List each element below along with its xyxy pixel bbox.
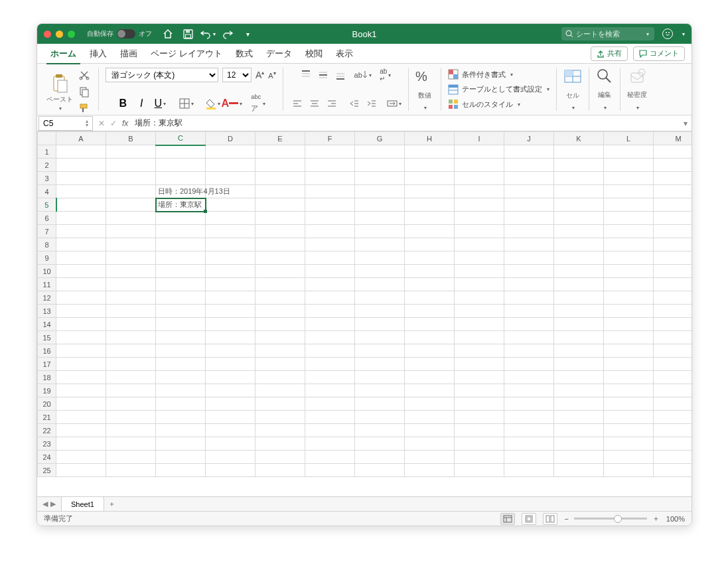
cell[interactable]: [405, 397, 455, 411]
cell[interactable]: [455, 145, 504, 159]
cell[interactable]: [206, 384, 255, 397]
bold-button[interactable]: B: [115, 96, 130, 111]
align-right-icon[interactable]: [325, 96, 339, 111]
cell[interactable]: [604, 291, 654, 305]
cell[interactable]: [604, 318, 654, 331]
cell[interactable]: 日時：2019年4月13日: [156, 185, 206, 198]
cell[interactable]: [156, 251, 206, 265]
format-painter-icon[interactable]: [77, 101, 92, 115]
cell[interactable]: [56, 437, 106, 451]
cell[interactable]: [156, 358, 206, 371]
cell[interactable]: [56, 305, 106, 318]
cell[interactable]: [504, 278, 554, 291]
cell[interactable]: [654, 318, 692, 331]
cell[interactable]: [554, 437, 604, 451]
cell[interactable]: [56, 278, 106, 291]
insert-cells-button[interactable]: [563, 68, 582, 85]
cell[interactable]: [305, 464, 355, 477]
cell[interactable]: [56, 238, 106, 251]
cell[interactable]: [156, 411, 206, 424]
row-header[interactable]: 25: [38, 464, 56, 477]
cell[interactable]: [106, 212, 156, 225]
cell[interactable]: [206, 265, 255, 278]
zoom-slider[interactable]: [574, 518, 647, 520]
cell[interactable]: [206, 278, 255, 291]
cell[interactable]: [604, 464, 654, 477]
sheet-nav-next-icon[interactable]: ▶: [50, 500, 56, 508]
align-center-icon[interactable]: [307, 96, 322, 111]
cell[interactable]: [106, 411, 156, 424]
view-page-layout-button[interactable]: [522, 513, 536, 525]
cell[interactable]: [206, 371, 255, 384]
cell[interactable]: [604, 411, 654, 424]
border-button[interactable]: ▾: [179, 96, 194, 111]
cell[interactable]: [554, 278, 604, 291]
row-header[interactable]: 3: [38, 172, 56, 185]
cell[interactable]: [455, 358, 504, 371]
cell[interactable]: [455, 397, 504, 411]
view-normal-button[interactable]: [500, 513, 515, 525]
tab-review[interactable]: 校閲: [299, 44, 329, 64]
cell[interactable]: [504, 384, 554, 397]
cell[interactable]: [504, 172, 554, 185]
cell[interactable]: [255, 384, 305, 397]
select-all-cell[interactable]: [38, 132, 56, 145]
orientation-icon[interactable]: ab▾: [356, 68, 370, 82]
cell[interactable]: [604, 265, 654, 278]
cell[interactable]: [405, 159, 455, 172]
cell[interactable]: [106, 172, 156, 185]
cell[interactable]: [106, 451, 156, 464]
row-header[interactable]: 14: [38, 318, 56, 331]
cell[interactable]: [255, 145, 305, 159]
cell[interactable]: [206, 305, 255, 318]
cell[interactable]: [504, 331, 554, 344]
cell[interactable]: [106, 225, 156, 238]
cell[interactable]: [355, 225, 405, 238]
wrap-text-icon[interactable]: ab↵▾: [378, 68, 393, 82]
cell[interactable]: [355, 344, 405, 358]
cell[interactable]: [604, 238, 654, 251]
cell[interactable]: [604, 331, 654, 344]
cell[interactable]: [305, 145, 355, 159]
cell[interactable]: [305, 384, 355, 397]
cell[interactable]: [56, 225, 106, 238]
column-header[interactable]: F: [305, 132, 355, 145]
cell[interactable]: [654, 238, 692, 251]
cell[interactable]: [455, 318, 504, 331]
cell[interactable]: [305, 424, 355, 437]
cell[interactable]: [106, 145, 156, 159]
decrease-indent-icon[interactable]: [347, 96, 362, 111]
cell[interactable]: [206, 358, 255, 371]
align-left-icon[interactable]: [290, 96, 305, 111]
row-header[interactable]: 2: [38, 159, 56, 172]
cell[interactable]: [355, 305, 405, 318]
cell[interactable]: [255, 185, 305, 198]
cell[interactable]: [305, 172, 355, 185]
cell[interactable]: [604, 358, 654, 371]
paste-button[interactable]: ペースト ▾: [46, 72, 73, 111]
cell[interactable]: [554, 397, 604, 411]
cell[interactable]: [156, 305, 206, 318]
cell[interactable]: [255, 212, 305, 225]
cell[interactable]: [56, 371, 106, 384]
comment-button[interactable]: コメント: [633, 46, 685, 61]
cell[interactable]: [56, 464, 106, 477]
cell[interactable]: [654, 265, 692, 278]
cell[interactable]: [504, 371, 554, 384]
row-header[interactable]: 5: [38, 198, 56, 212]
cell[interactable]: [106, 464, 156, 477]
zoom-in-button[interactable]: ＋: [652, 514, 660, 524]
cell[interactable]: [156, 331, 206, 344]
cell[interactable]: [654, 344, 692, 358]
cell[interactable]: [156, 464, 206, 477]
cell[interactable]: [604, 344, 654, 358]
cell[interactable]: [604, 397, 654, 411]
fill-color-button[interactable]: ▾: [206, 96, 220, 111]
cell[interactable]: [106, 305, 156, 318]
sensitivity-button[interactable]: [628, 68, 646, 84]
italic-button[interactable]: I: [134, 96, 149, 111]
cell[interactable]: [554, 225, 604, 238]
cell[interactable]: [504, 397, 554, 411]
cell[interactable]: [355, 212, 405, 225]
cell[interactable]: [405, 278, 455, 291]
